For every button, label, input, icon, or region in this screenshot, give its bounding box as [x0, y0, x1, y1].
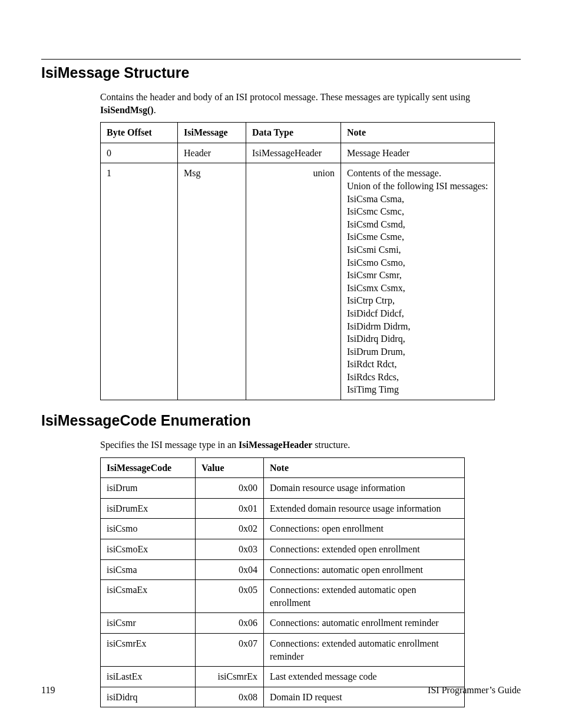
text: IsiCsmi Csmi, [347, 243, 488, 256]
cell: Connections: open enrollment [264, 519, 465, 539]
cell: 0x04 [196, 559, 264, 580]
cell: Connections: extended automatic open enr… [264, 580, 465, 613]
cell: 1 [101, 163, 178, 400]
table-isimessage: Byte Offset IsiMessage Data Type Note 0 … [100, 122, 495, 400]
cell: 0x02 [196, 519, 264, 539]
table-isimessagecode: IsiMessageCode Value Note isiDrum 0x00 D… [100, 457, 465, 708]
struct-isimessageheader: IsiMessageHeader [239, 440, 312, 450]
text: . [154, 105, 156, 115]
para-isimessage-intro: Contains the header and body of an ISI p… [100, 91, 521, 116]
cell: Connections: automatic open enrollment [264, 559, 465, 580]
cell: 0 [101, 143, 178, 163]
table-row: isiCsmo 0x02 Connections: open enrollmen… [101, 519, 465, 539]
cell: isiCsmrEx [196, 667, 264, 687]
heading-isimessage-structure: IsiMessage Structure [41, 64, 521, 81]
col-isimessage: IsiMessage [178, 123, 246, 143]
col-note: Note [264, 457, 465, 478]
cell: Domain resource usage information [264, 478, 465, 499]
cell: Connections: automatic enrollment remind… [264, 613, 465, 634]
func-isisendmsg: IsiSendMsg() [100, 105, 154, 115]
text: structure. [312, 440, 350, 450]
table-row: 0 Header IsiMessageHeader Message Header [101, 143, 495, 163]
text: IsiCsmd Csmd, [347, 218, 488, 231]
para-isimessagecode-intro: Specifies the ISI message type in an Isi… [100, 439, 521, 452]
cell: isiCsmaEx [101, 580, 196, 613]
table-row: isiCsmoEx 0x03 Connections: extended ope… [101, 539, 465, 560]
cell: Connections: extended open enrollment [264, 539, 465, 560]
cell: 0x07 [196, 634, 264, 667]
table-row: isiDrumEx 0x01 Extended domain resource … [101, 498, 465, 519]
page: IsiMessage Structure Contains the header… [0, 0, 562, 728]
text: Contains the header and body of an ISI p… [100, 92, 470, 102]
cell: 0x00 [196, 478, 264, 499]
table-row: isiCsmrEx 0x07 Connections: extended aut… [101, 634, 465, 667]
table-header-row: Byte Offset IsiMessage Data Type Note [101, 123, 495, 143]
cell: 0x06 [196, 613, 264, 634]
text: IsiCsmx Csmx, [347, 282, 488, 295]
heading-isimessagecode-enum: IsiMessageCode Enumeration [41, 412, 521, 429]
cell: Header [178, 143, 246, 163]
col-data-type: Data Type [246, 123, 341, 143]
col-byte-offset: Byte Offset [101, 123, 178, 143]
text: Contents of the message. [347, 167, 488, 180]
text: IsiCtrp Ctrp, [347, 294, 488, 307]
table-row: isiDrum 0x00 Domain resource usage infor… [101, 478, 465, 499]
doc-title: ISI Programmer’s Guide [428, 685, 521, 696]
table-header-row: IsiMessageCode Value Note [101, 457, 465, 478]
page-footer: 119 ISI Programmer’s Guide [41, 685, 521, 696]
page-number: 119 [41, 685, 55, 696]
text: IsiRdcs Rdcs, [347, 371, 488, 384]
cell: Last extended message code [264, 667, 465, 687]
cell: isiCsmo [101, 519, 196, 539]
table-row: isiCsma 0x04 Connections: automatic open… [101, 559, 465, 580]
cell: isiCsmoEx [101, 539, 196, 560]
cell: isiDrum [101, 478, 196, 499]
text: IsiCsmc Csmc, [347, 205, 488, 218]
cell: union [246, 163, 341, 400]
cell: Msg [178, 163, 246, 400]
text: Union of the following ISI messages: [347, 180, 488, 193]
top-rule [41, 59, 521, 60]
cell: Connections: extended automatic enrollme… [264, 634, 465, 667]
text: IsiCsma Csma, [347, 193, 488, 206]
cell: isiDrumEx [101, 498, 196, 519]
table-row: isiLastEx isiCsmrEx Last extended messag… [101, 667, 465, 687]
text: IsiTimg Timg [347, 383, 488, 396]
text: IsiCsmr Csmr, [347, 269, 488, 282]
text: IsiDidcf Didcf, [347, 307, 488, 320]
col-value: Value [196, 457, 264, 478]
cell: isiCsmr [101, 613, 196, 634]
cell: Extended domain resource usage informati… [264, 498, 465, 519]
cell: 0x03 [196, 539, 264, 560]
table-row: isiCsmaEx 0x05 Connections: extended aut… [101, 580, 465, 613]
text: IsiDidrq Didrq, [347, 332, 488, 345]
text: IsiDidrm Didrm, [347, 320, 488, 333]
cell: isiCsmrEx [101, 634, 196, 667]
col-isimessagecode: IsiMessageCode [101, 457, 196, 478]
text: IsiCsmo Csmo, [347, 256, 488, 269]
cell: 0x01 [196, 498, 264, 519]
table-row: isiCsmr 0x06 Connections: automatic enro… [101, 613, 465, 634]
cell: isiCsma [101, 559, 196, 580]
table-row: 1 Msg union Contents of the message. Uni… [101, 163, 495, 400]
cell: isiLastEx [101, 667, 196, 687]
text: IsiDrum Drum, [347, 345, 488, 358]
cell: 0x05 [196, 580, 264, 613]
text: IsiCsme Csme, [347, 230, 488, 243]
col-note: Note [341, 123, 495, 143]
cell-union-note: Contents of the message. Union of the fo… [341, 163, 495, 400]
cell: Message Header [341, 143, 495, 163]
text: Specifies the ISI message type in an [100, 440, 239, 450]
text: IsiRdct Rdct, [347, 358, 488, 371]
cell: IsiMessageHeader [246, 143, 341, 163]
